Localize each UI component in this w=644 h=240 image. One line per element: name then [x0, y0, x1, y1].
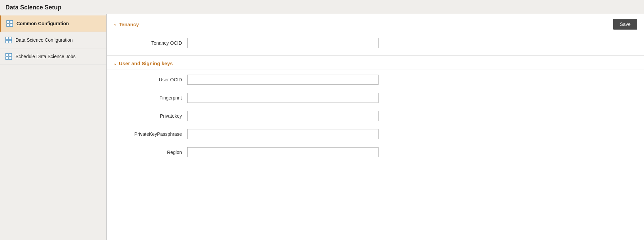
user-signing-title-label: User and Signing keys: [119, 61, 173, 66]
tenancy-ocid-input[interactable]: [187, 38, 379, 48]
tenancy-section-title[interactable]: ⌄ Tenancy: [113, 22, 139, 27]
privatekey-label: Privatekey: [120, 113, 187, 119]
tenancy-ocid-row: Tenancy OCID: [107, 35, 644, 51]
sidebar-item-data-science-configuration[interactable]: Data Science Configuration: [0, 32, 106, 48]
tenancy-section: Tenancy OCID: [107, 35, 644, 55]
tenancy-ocid-label: Tenancy OCID: [120, 40, 187, 46]
grid-icon-3: [5, 53, 12, 60]
svg-rect-5: [9, 37, 12, 40]
main-layout: Common Configuration Data Science Config…: [0, 14, 644, 240]
user-ocid-input[interactable]: [187, 75, 379, 85]
svg-rect-3: [10, 24, 13, 27]
user-signing-header: ⌄ User and Signing keys: [107, 56, 644, 70]
user-signing-section-title[interactable]: ⌄ User and Signing keys: [113, 61, 173, 66]
chevron-down-icon: ⌄: [113, 22, 117, 27]
top-row: ⌄ Tenancy Save: [107, 14, 644, 33]
svg-rect-8: [6, 53, 8, 56]
sidebar-item-label-schedule-jobs: Schedule Data Science Jobs: [15, 54, 76, 59]
user-ocid-label: User OCID: [120, 77, 187, 82]
sidebar-item-label-data-science-configuration: Data Science Configuration: [15, 37, 72, 43]
svg-rect-0: [7, 21, 9, 23]
sidebar-item-common-configuration[interactable]: Common Configuration: [0, 15, 106, 32]
region-label: Region: [120, 150, 187, 155]
privatekeypassphrase-label: PrivateKeyPassphrase: [120, 131, 187, 137]
grid-icon-2: [5, 37, 12, 43]
user-signing-keys-section: ⌄ User and Signing keys User OCID Finger…: [107, 55, 644, 161]
svg-rect-1: [10, 21, 13, 23]
app-container: Data Science Setup Common Configuration: [0, 0, 644, 240]
fingerprint-input[interactable]: [187, 93, 379, 103]
svg-rect-2: [7, 24, 9, 27]
privatekey-input[interactable]: [187, 111, 379, 121]
svg-rect-11: [9, 57, 12, 59]
svg-rect-7: [9, 40, 12, 43]
svg-rect-4: [6, 37, 8, 40]
sidebar-item-schedule-data-science-jobs[interactable]: Schedule Data Science Jobs: [0, 48, 106, 65]
fingerprint-row: Fingerprint: [107, 89, 644, 106]
privatekeypassphrase-row: PrivateKeyPassphrase: [107, 126, 644, 143]
svg-rect-10: [6, 57, 8, 59]
sidebar-item-label-common-configuration: Common Configuration: [16, 21, 69, 26]
privatekey-row: Privatekey: [107, 108, 644, 124]
fingerprint-label: Fingerprint: [120, 95, 187, 101]
region-row: Region: [107, 144, 644, 161]
save-button[interactable]: Save: [613, 19, 637, 30]
user-ocid-row: User OCID: [107, 71, 644, 88]
chevron-down-icon-2: ⌄: [113, 61, 117, 66]
svg-rect-6: [6, 40, 8, 43]
region-input[interactable]: [187, 147, 379, 157]
grid-icon: [6, 20, 13, 27]
svg-rect-9: [9, 53, 12, 56]
tenancy-title-label: Tenancy: [119, 22, 139, 27]
content-area: ⌄ Tenancy Save Tenancy OCID ⌄ User and S…: [107, 14, 644, 240]
privatekeypassphrase-input[interactable]: [187, 129, 379, 139]
page-header: Data Science Setup: [0, 0, 644, 14]
sidebar: Common Configuration Data Science Config…: [0, 14, 107, 240]
page-title: Data Science Setup: [5, 4, 639, 11]
